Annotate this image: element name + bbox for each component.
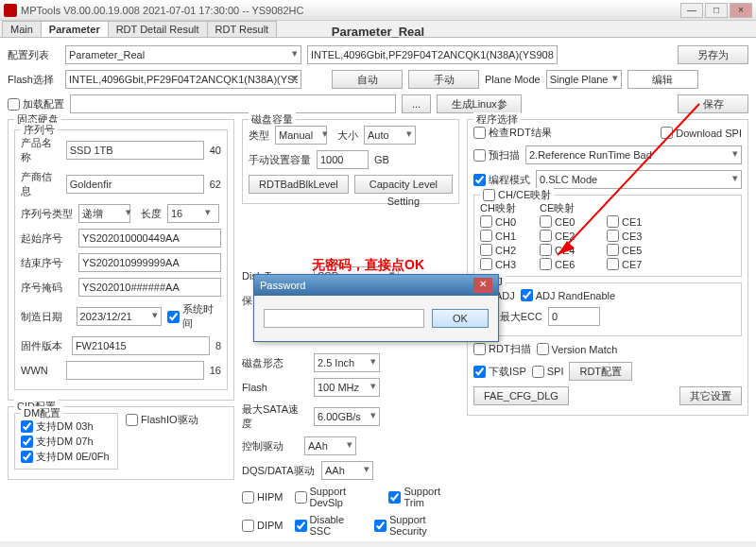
dqs-drive-select[interactable] <box>321 461 373 480</box>
dialog-close-button[interactable]: ✕ <box>473 278 492 293</box>
app-icon <box>4 4 17 17</box>
cap-type-select[interactable] <box>275 126 327 145</box>
vendor-input[interactable] <box>66 175 204 194</box>
serial-group: 序列号 产品名称40 产商信息62 序列号类型长度 起始序号 结束序号 序号掩码… <box>14 129 228 390</box>
adj-group: ADJ ADJADJ RandEnable ADJ最大ECC <box>473 282 742 336</box>
prescan-check[interactable]: 预扫描 <box>473 148 520 162</box>
program-group: 程序选择 检查RDT结果Download SPI 预扫描 编程模式 CH/CE映… <box>467 119 748 416</box>
edit-button[interactable]: 编辑 <box>627 70 698 89</box>
manual-cap-input[interactable] <box>317 150 369 169</box>
capset-button[interactable]: Capacity Level Setting <box>354 175 453 194</box>
ssd-group: 固态硬盘 序列号 产品名称40 产商信息62 序列号类型长度 起始序号 结束序号… <box>8 119 234 401</box>
sec-check[interactable]: Support Security <box>374 514 459 537</box>
other-button[interactable]: 其它设置 <box>679 386 742 405</box>
end-sn-input[interactable] <box>78 253 221 272</box>
ce5-check[interactable]: CE5 <box>607 244 668 256</box>
gen-linux-button[interactable]: 生成Linux参数 <box>437 94 522 113</box>
dssc-check[interactable]: Disable SSC <box>295 514 363 537</box>
main-panel: 配置列表 另存为 Flash选择 自动 手动 Plane Mode 编辑 加载配… <box>0 38 756 541</box>
rdtbad-button[interactable]: RDTBadBlkLevel <box>249 175 349 194</box>
page-title: Parameter_Real <box>0 25 756 39</box>
maximize-button[interactable]: □ <box>705 3 728 18</box>
systime-check[interactable]: 系统时间 <box>167 302 221 331</box>
save-button[interactable]: 保存 <box>678 94 748 113</box>
rdt-cfg-button[interactable]: RDT配置 <box>569 362 632 381</box>
chk-rdt-check[interactable]: 检查RDT结果 <box>473 126 552 140</box>
manual-button[interactable]: 手动 <box>408 70 479 89</box>
window-title: MPTools V8.00.00.19.008 2021-07-01 17:30… <box>21 5 679 16</box>
capacity-group: 磁盘容量 类型大小 手动设置容量GB RDTBadBlkLevelCapacit… <box>242 119 459 204</box>
fae-button[interactable]: FAE_CFG_DLG <box>473 386 569 405</box>
load-config-check[interactable]: 加载配置 <box>8 97 64 111</box>
dl-isp-check[interactable]: 下载ISP <box>473 365 526 379</box>
flashio-check[interactable]: FlashIO驱动 <box>126 413 198 427</box>
dl-spi-check[interactable]: Download SPI <box>661 127 742 139</box>
ch0-check[interactable]: CH0 <box>480 215 516 228</box>
prescan-select[interactable] <box>525 145 742 164</box>
progmode-select[interactable] <box>536 170 742 189</box>
auto-button[interactable]: 自动 <box>332 70 403 89</box>
ce2-check[interactable]: CE2 <box>540 230 601 242</box>
dm03-check[interactable]: 支持DM 03h <box>21 419 94 434</box>
password-input[interactable] <box>264 309 424 328</box>
config-list-select[interactable] <box>65 45 301 64</box>
ce7-check[interactable]: CE7 <box>607 258 668 270</box>
fw-input[interactable] <box>72 336 210 355</box>
ch1-check[interactable]: CH1 <box>480 230 516 242</box>
ctrl-drive-label: 控制驱动 <box>242 439 299 453</box>
adj-ecc-input[interactable] <box>548 307 600 326</box>
sn-type-select[interactable] <box>78 204 130 223</box>
dialog-titlebar: Password✕ <box>254 275 498 296</box>
config-list-label: 配置列表 <box>8 48 60 62</box>
wwn-input[interactable] <box>66 361 204 380</box>
sn-mask-input[interactable] <box>78 278 221 297</box>
rdt-scan-check[interactable]: RDT扫描 <box>473 342 531 356</box>
mfg-date-select[interactable] <box>77 307 162 326</box>
hipm-check[interactable]: HIPM <box>242 491 284 504</box>
save-as-button[interactable]: 另存为 <box>678 45 748 64</box>
cid-group: CID配置 DM配置 支持DM 03h 支持DM 07h 支持DM 0E/0Fh… <box>8 406 234 480</box>
load-config-path[interactable] <box>70 94 396 113</box>
adj-rand-check[interactable]: ADJ RandEnable <box>521 289 615 301</box>
devslp-check[interactable]: Support DevSlp <box>295 486 378 508</box>
minimize-button[interactable]: — <box>680 3 703 18</box>
plane-mode-select[interactable] <box>546 70 622 89</box>
disk-form-select[interactable] <box>314 353 380 372</box>
ce6-check[interactable]: CE6 <box>540 258 601 270</box>
start-sn-input[interactable] <box>78 229 221 248</box>
ce4-check[interactable]: CE4 <box>540 244 601 256</box>
dm-group: DM配置 支持DM 03h 支持DM 07h 支持DM 0E/0Fh <box>14 413 118 470</box>
cap-size-select[interactable] <box>364 126 416 145</box>
trim-check[interactable]: Support Trim <box>388 486 459 508</box>
ce0-check[interactable]: CE0 <box>540 215 601 228</box>
ver-match-check[interactable]: Version Match <box>537 343 618 355</box>
flash-select-label: Flash选择 <box>8 73 60 87</box>
password-dialog: Password✕ OK <box>253 274 499 342</box>
chce-check[interactable]: CH/CE映射 <box>483 188 551 202</box>
progmode-check[interactable]: 编程模式 <box>473 173 530 187</box>
product-name-input[interactable] <box>66 141 204 160</box>
ch2-check[interactable]: CH2 <box>480 244 516 256</box>
intel-info[interactable] <box>307 45 558 64</box>
plane-mode-label: Plane Mode <box>485 74 541 85</box>
dqs-drive-label: DQS/DATA驱动 <box>242 464 316 478</box>
dm07-check[interactable]: 支持DM 07h <box>21 435 94 449</box>
ok-button[interactable]: OK <box>432 309 489 328</box>
ctrl-drive-select[interactable] <box>304 436 356 455</box>
flash-clk-select[interactable] <box>314 378 380 397</box>
browse-button[interactable]: ... <box>402 94 431 113</box>
chce-group: CH/CE映射 CH映射 CH0 CH1 CH2 CH3 CE映射 CE0 CE… <box>473 195 742 277</box>
dipm-check[interactable]: DIPM <box>242 520 284 532</box>
sn-len-select[interactable] <box>167 204 219 223</box>
ch3-check[interactable]: CH3 <box>480 258 516 270</box>
titlebar: MPTools V8.00.00.19.008 2021-07-01 17:30… <box>0 0 756 21</box>
flash-select[interactable] <box>65 70 301 89</box>
hint-text: 无密码，直接点OK <box>312 257 424 274</box>
close-button[interactable]: × <box>730 3 752 18</box>
spi-check[interactable]: SPI <box>532 366 564 378</box>
ce3-check[interactable]: CE3 <box>607 230 668 242</box>
dm0e-check[interactable]: 支持DM 0E/0Fh <box>21 450 110 464</box>
sata-select[interactable] <box>314 407 380 426</box>
ce1-check[interactable]: CE1 <box>607 215 668 228</box>
